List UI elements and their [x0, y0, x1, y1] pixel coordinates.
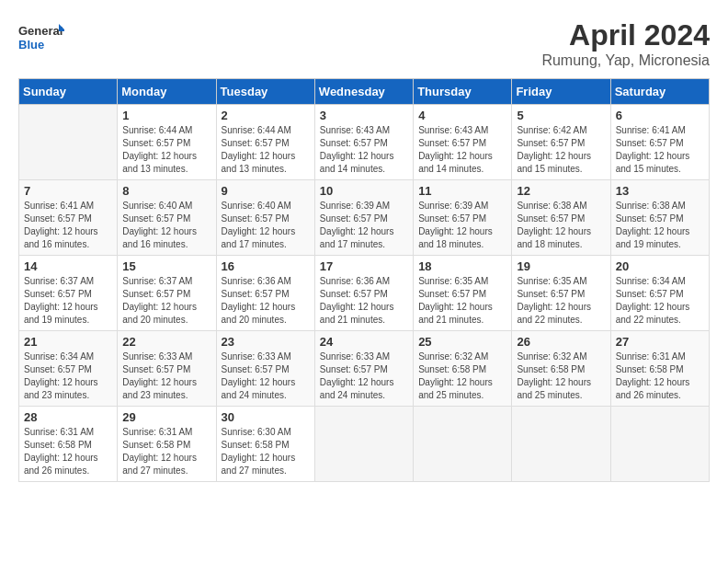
calendar-cell: 30Sunrise: 6:30 AM Sunset: 6:58 PM Dayli…	[216, 407, 314, 482]
day-number: 16	[222, 259, 310, 273]
calendar-cell: 5Sunrise: 6:42 AM Sunset: 6:57 PM Daylig…	[512, 105, 610, 180]
day-info: Sunrise: 6:35 AM Sunset: 6:57 PM Dayligh…	[517, 275, 605, 327]
calendar-cell: 11Sunrise: 6:39 AM Sunset: 6:57 PM Dayli…	[414, 180, 512, 256]
day-info: Sunrise: 6:34 AM Sunset: 6:57 PM Dayligh…	[616, 275, 704, 327]
day-number: 14	[24, 259, 112, 273]
calendar-cell: 10Sunrise: 6:39 AM Sunset: 6:57 PM Dayli…	[314, 180, 413, 256]
day-number: 13	[616, 184, 704, 198]
header-friday: Friday	[512, 79, 610, 105]
day-info: Sunrise: 6:31 AM Sunset: 6:58 PM Dayligh…	[122, 426, 210, 477]
day-number: 17	[320, 259, 408, 273]
calendar-table: SundayMondayTuesdayWednesdayThursdayFrid…	[18, 78, 710, 482]
day-info: Sunrise: 6:33 AM Sunset: 6:57 PM Dayligh…	[122, 350, 210, 402]
calendar-cell: 25Sunrise: 6:32 AM Sunset: 6:58 PM Dayli…	[414, 331, 512, 407]
title-area: April 2024 Rumung, Yap, Micronesia	[541, 18, 710, 69]
calendar-cell: 7Sunrise: 6:41 AM Sunset: 6:57 PM Daylig…	[19, 180, 118, 256]
day-number: 12	[517, 184, 605, 198]
header-monday: Monday	[118, 79, 216, 105]
calendar-body: 1Sunrise: 6:44 AM Sunset: 6:57 PM Daylig…	[19, 105, 710, 482]
day-number: 15	[122, 259, 210, 273]
main-title: April 2024	[541, 18, 710, 52]
header-row: SundayMondayTuesdayWednesdayThursdayFrid…	[19, 79, 710, 105]
day-info: Sunrise: 6:31 AM Sunset: 6:58 PM Dayligh…	[24, 426, 112, 477]
logo: General Blue	[18, 18, 64, 59]
calendar-cell: 13Sunrise: 6:38 AM Sunset: 6:57 PM Dayli…	[610, 180, 709, 256]
day-info: Sunrise: 6:36 AM Sunset: 6:57 PM Dayligh…	[222, 275, 310, 327]
calendar-cell: 23Sunrise: 6:33 AM Sunset: 6:57 PM Dayli…	[216, 331, 314, 407]
calendar-cell	[19, 105, 118, 180]
calendar-cell: 3Sunrise: 6:43 AM Sunset: 6:57 PM Daylig…	[314, 105, 413, 180]
day-info: Sunrise: 6:38 AM Sunset: 6:57 PM Dayligh…	[517, 200, 605, 251]
calendar-cell: 12Sunrise: 6:38 AM Sunset: 6:57 PM Dayli…	[512, 180, 610, 256]
svg-text:Blue: Blue	[18, 38, 44, 52]
calendar-cell: 19Sunrise: 6:35 AM Sunset: 6:57 PM Dayli…	[512, 256, 610, 331]
day-number: 30	[222, 410, 310, 424]
day-number: 4	[418, 109, 506, 122]
day-info: Sunrise: 6:38 AM Sunset: 6:57 PM Dayligh…	[616, 200, 704, 251]
week-row-3: 14Sunrise: 6:37 AM Sunset: 6:57 PM Dayli…	[19, 256, 710, 331]
day-info: Sunrise: 6:31 AM Sunset: 6:58 PM Dayligh…	[616, 350, 704, 402]
calendar-cell: 26Sunrise: 6:32 AM Sunset: 6:58 PM Dayli…	[512, 331, 610, 407]
calendar-cell: 17Sunrise: 6:36 AM Sunset: 6:57 PM Dayli…	[314, 256, 413, 331]
calendar-cell: 1Sunrise: 6:44 AM Sunset: 6:57 PM Daylig…	[118, 105, 216, 180]
logo-svg: General Blue	[18, 18, 64, 59]
day-number: 27	[616, 335, 704, 349]
calendar-cell: 18Sunrise: 6:35 AM Sunset: 6:57 PM Dayli…	[414, 256, 512, 331]
day-number: 11	[418, 184, 506, 198]
day-number: 19	[517, 259, 605, 273]
calendar-cell: 20Sunrise: 6:34 AM Sunset: 6:57 PM Dayli…	[610, 256, 709, 331]
calendar-cell: 27Sunrise: 6:31 AM Sunset: 6:58 PM Dayli…	[610, 331, 709, 407]
calendar-cell	[314, 407, 413, 482]
header-wednesday: Wednesday	[314, 79, 413, 105]
calendar-cell	[414, 407, 512, 482]
calendar-cell	[610, 407, 709, 482]
day-info: Sunrise: 6:40 AM Sunset: 6:57 PM Dayligh…	[122, 200, 210, 251]
header-saturday: Saturday	[610, 79, 709, 105]
calendar-cell: 28Sunrise: 6:31 AM Sunset: 6:58 PM Dayli…	[19, 407, 118, 482]
day-number: 28	[24, 410, 112, 424]
week-row-1: 1Sunrise: 6:44 AM Sunset: 6:57 PM Daylig…	[19, 105, 710, 180]
day-number: 3	[320, 109, 408, 122]
calendar-cell: 22Sunrise: 6:33 AM Sunset: 6:57 PM Dayli…	[118, 331, 216, 407]
day-number: 26	[517, 335, 605, 349]
day-number: 21	[24, 335, 112, 349]
day-info: Sunrise: 6:40 AM Sunset: 6:57 PM Dayligh…	[222, 200, 310, 251]
day-number: 6	[616, 109, 704, 122]
day-number: 18	[418, 259, 506, 273]
day-number: 10	[320, 184, 408, 198]
calendar-cell: 4Sunrise: 6:43 AM Sunset: 6:57 PM Daylig…	[414, 105, 512, 180]
day-info: Sunrise: 6:36 AM Sunset: 6:57 PM Dayligh…	[320, 275, 408, 327]
day-info: Sunrise: 6:41 AM Sunset: 6:57 PM Dayligh…	[24, 200, 112, 251]
svg-text:General: General	[18, 24, 63, 38]
calendar-cell: 16Sunrise: 6:36 AM Sunset: 6:57 PM Dayli…	[216, 256, 314, 331]
day-number: 5	[517, 109, 605, 122]
calendar-cell: 9Sunrise: 6:40 AM Sunset: 6:57 PM Daylig…	[216, 180, 314, 256]
calendar-cell: 24Sunrise: 6:33 AM Sunset: 6:57 PM Dayli…	[314, 331, 413, 407]
calendar-header: SundayMondayTuesdayWednesdayThursdayFrid…	[19, 79, 710, 105]
day-info: Sunrise: 6:34 AM Sunset: 6:57 PM Dayligh…	[24, 350, 112, 402]
day-number: 8	[122, 184, 210, 198]
day-info: Sunrise: 6:30 AM Sunset: 6:58 PM Dayligh…	[222, 426, 310, 477]
day-number: 2	[222, 109, 310, 122]
day-number: 25	[418, 335, 506, 349]
week-row-2: 7Sunrise: 6:41 AM Sunset: 6:57 PM Daylig…	[19, 180, 710, 256]
header-thursday: Thursday	[414, 79, 512, 105]
day-info: Sunrise: 6:39 AM Sunset: 6:57 PM Dayligh…	[320, 200, 408, 251]
calendar-cell: 2Sunrise: 6:44 AM Sunset: 6:57 PM Daylig…	[216, 105, 314, 180]
day-info: Sunrise: 6:35 AM Sunset: 6:57 PM Dayligh…	[418, 275, 506, 327]
day-info: Sunrise: 6:43 AM Sunset: 6:57 PM Dayligh…	[320, 124, 408, 176]
day-info: Sunrise: 6:44 AM Sunset: 6:57 PM Dayligh…	[122, 124, 210, 176]
day-number: 22	[122, 335, 210, 349]
day-number: 23	[222, 335, 310, 349]
week-row-5: 28Sunrise: 6:31 AM Sunset: 6:58 PM Dayli…	[19, 407, 710, 482]
day-number: 29	[122, 410, 210, 424]
header-tuesday: Tuesday	[216, 79, 314, 105]
day-info: Sunrise: 6:32 AM Sunset: 6:58 PM Dayligh…	[418, 350, 506, 402]
day-number: 9	[222, 184, 310, 198]
day-info: Sunrise: 6:37 AM Sunset: 6:57 PM Dayligh…	[122, 275, 210, 327]
day-number: 20	[616, 259, 704, 273]
day-number: 24	[320, 335, 408, 349]
day-number: 1	[122, 109, 210, 122]
subtitle: Rumung, Yap, Micronesia	[541, 52, 710, 69]
calendar-cell: 29Sunrise: 6:31 AM Sunset: 6:58 PM Dayli…	[118, 407, 216, 482]
